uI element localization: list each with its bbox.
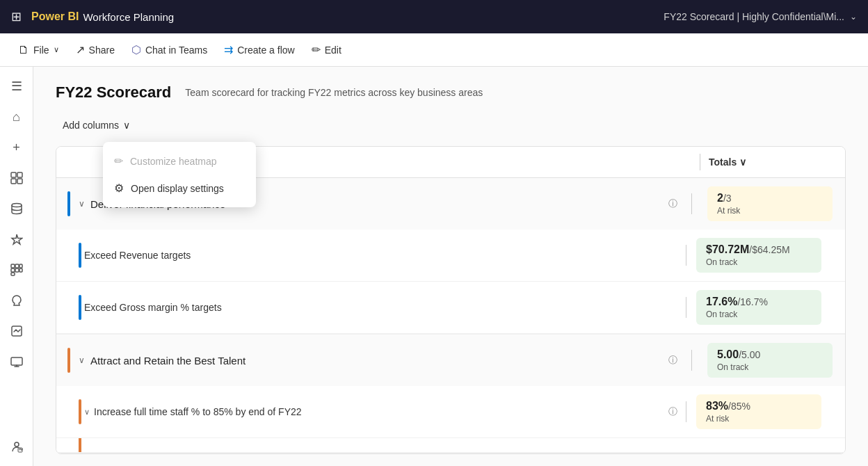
customize-heatmap-icon: ✏	[114, 154, 123, 168]
indicator-revenue	[79, 243, 81, 268]
svg-rect-9	[15, 268, 19, 272]
file-icon: 🗋	[18, 44, 29, 56]
svg-rect-0	[11, 172, 16, 177]
group-header-attract-retain: ∨ Attract and Retain the Best Talent ⓘ 5…	[56, 335, 845, 386]
row-partial	[56, 438, 845, 453]
cell-exceed-revenue: $70.72M /$64.25M On track	[696, 238, 821, 273]
sidebar: ☰ ⌂ +	[0, 67, 33, 466]
brand: Power BI Workforce Planning	[31, 10, 174, 23]
col-divider	[700, 154, 700, 170]
add-columns-button[interactable]: Add columns ∨	[56, 115, 137, 135]
page-title: FY22 Scorecard	[56, 83, 171, 102]
info-icon-attract-retain[interactable]: ⓘ	[668, 354, 677, 367]
sidebar-item-monitoring[interactable]	[3, 348, 31, 376]
report-title: FY22 Scorecard | Highly Confidential\Mi.…	[664, 11, 857, 22]
svg-rect-8	[11, 268, 15, 272]
row-divider	[686, 245, 686, 266]
teams-icon: ⬡	[131, 43, 141, 56]
row-exceed-gross-margin: Exceed Gross margin % targets 17.6% /16.…	[56, 282, 845, 334]
th-totals[interactable]: Totals ∨	[709, 156, 834, 168]
row-chevron-fulltime[interactable]: ∨	[84, 408, 90, 417]
sidebar-item-home[interactable]: ⌂	[3, 103, 31, 131]
cell-exceed-gross-margin: 17.6% /16.7% On track	[696, 290, 821, 325]
layout: ☰ ⌂ + FY22 Scorecard Te	[0, 67, 868, 466]
sidebar-item-database[interactable]	[3, 195, 31, 223]
toolbar: 🗋 File ∨ ↗ Share ⬡ Chat in Teams ⇉ Creat…	[0, 33, 868, 67]
indicator-orange	[67, 348, 70, 373]
file-button[interactable]: 🗋 File ∨	[11, 40, 66, 61]
cell-attract-retain: 5.00 /5.00 On track	[707, 343, 833, 378]
share-button[interactable]: ↗ Share	[69, 39, 122, 61]
customize-heatmap-item: ✏ Customize heatmap	[103, 147, 256, 175]
sidebar-item-hamburger[interactable]: ☰	[3, 72, 31, 100]
report-title-chevron[interactable]: ⌄	[850, 12, 857, 22]
sidebar-item-goals[interactable]	[3, 225, 31, 253]
customize-heatmap-label: Customize heatmap	[130, 156, 217, 167]
app-grid-icon[interactable]: ⊞	[11, 9, 22, 24]
brand-logo: Power BI	[31, 10, 79, 23]
row-exceed-revenue: Exceed Revenue targets $70.72M /$64.25M …	[56, 230, 845, 282]
row-name-increase-full-time: Increase full time staff % to 85% by end…	[94, 406, 668, 417]
group-attract-retain: ∨ Attract and Retain the Best Talent ⓘ 5…	[56, 335, 845, 453]
brand-name: Workforce Planning	[83, 11, 174, 23]
row-divider	[691, 350, 692, 371]
svg-rect-11	[11, 273, 15, 275]
svg-rect-10	[19, 268, 22, 272]
sidebar-item-browse[interactable]	[3, 164, 31, 192]
flow-icon: ⇉	[224, 43, 233, 56]
file-chevron: ∨	[54, 45, 59, 54]
row-name-exceed-gross-margin: Exceed Gross margin % targets	[84, 302, 677, 313]
svg-rect-13	[11, 357, 22, 365]
row-divider	[691, 193, 692, 214]
svg-rect-5	[11, 264, 15, 268]
totals-chevron: ∨	[739, 156, 746, 168]
group-chevron-deliver-financial[interactable]: ∨	[79, 199, 85, 209]
add-columns-chevron: ∨	[123, 120, 130, 131]
group-name-attract-retain: Attract and Retain the Best Talent	[90, 355, 663, 367]
cell-deliver-financial: 2 /3 At risk	[707, 186, 833, 221]
info-icon-deliver-financial[interactable]: ⓘ	[668, 198, 677, 210]
row-divider	[686, 297, 686, 318]
chat-in-teams-button[interactable]: ⬡ Chat in Teams	[124, 39, 214, 61]
main-content: FY22 Scorecard Team scorecard for tracki…	[33, 67, 868, 466]
edit-icon: ✏	[312, 43, 321, 56]
open-display-settings-item[interactable]: ⚙ Open display settings	[103, 175, 256, 202]
open-display-settings-label: Open display settings	[131, 183, 224, 194]
svg-rect-7	[19, 264, 22, 268]
indicator-gross-margin	[79, 295, 81, 320]
settings-icon: ⚙	[114, 182, 124, 195]
share-icon: ↗	[76, 43, 85, 56]
row-name-exceed-revenue: Exceed Revenue targets	[84, 250, 677, 261]
svg-point-14	[15, 442, 19, 447]
indicator-blue	[67, 191, 70, 216]
add-columns-dropdown: ✏ Customize heatmap ⚙ Open display setti…	[103, 142, 256, 207]
edit-button[interactable]: ✏ Edit	[305, 39, 348, 61]
svg-rect-6	[15, 264, 19, 268]
create-flow-button[interactable]: ⇉ Create a flow	[217, 39, 301, 61]
sidebar-item-person[interactable]	[3, 433, 31, 460]
group-chevron-attract-retain[interactable]: ∨	[79, 355, 85, 365]
top-nav: ⊞ Power BI Workforce Planning FY22 Score…	[0, 0, 868, 33]
page-header: FY22 Scorecard Team scorecard for tracki…	[56, 83, 846, 102]
svg-rect-2	[11, 179, 16, 184]
row-increase-full-time: ∨ Increase full time staff % to 85% by e…	[56, 386, 845, 438]
svg-rect-3	[17, 179, 22, 184]
svg-point-4	[12, 204, 22, 207]
row-divider	[686, 401, 686, 422]
sidebar-item-metrics[interactable]	[3, 317, 31, 345]
add-columns-label: Add columns	[63, 120, 119, 131]
indicator-fulltime	[79, 399, 81, 424]
info-icon-fulltime[interactable]: ⓘ	[668, 405, 677, 418]
sidebar-item-apps[interactable]	[3, 256, 31, 284]
sidebar-item-create[interactable]: +	[3, 134, 31, 161]
page-subtitle: Team scorecard for tracking FY22 metrics…	[185, 87, 483, 98]
sidebar-item-learn[interactable]	[3, 287, 31, 314]
indicator-partial	[79, 438, 81, 453]
cell-increase-full-time: 83% /85% At risk	[696, 394, 821, 429]
svg-rect-1	[17, 172, 22, 177]
